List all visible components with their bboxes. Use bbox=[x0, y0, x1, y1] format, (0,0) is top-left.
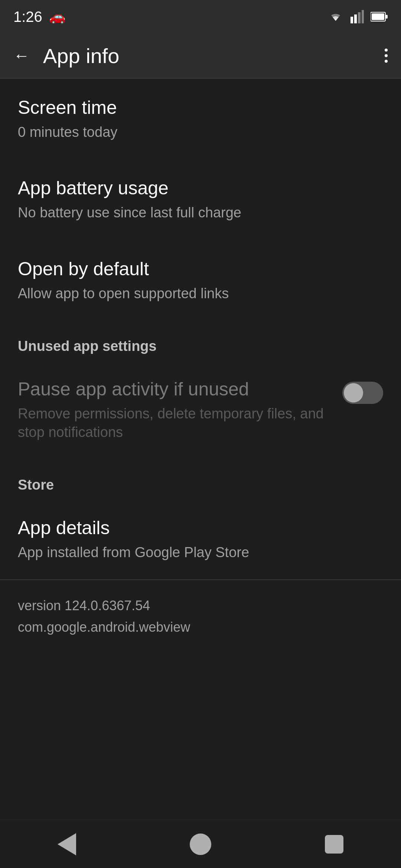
nav-home-icon bbox=[190, 834, 211, 855]
nav-back-button[interactable] bbox=[48, 829, 85, 859]
svg-rect-1 bbox=[354, 14, 357, 23]
app-bar: ← App info bbox=[0, 33, 401, 78]
status-bar: 1:26 🚗 bbox=[0, 0, 401, 33]
svg-rect-6 bbox=[372, 13, 384, 20]
pause-activity-subtitle: Remove permissions, delete temporary fil… bbox=[18, 405, 327, 441]
car-icon: 🚗 bbox=[49, 9, 66, 24]
svg-rect-2 bbox=[358, 12, 361, 23]
app-details-item[interactable]: App details App installed from Google Pl… bbox=[0, 499, 401, 579]
open-by-default-title: Open by default bbox=[18, 258, 383, 280]
version-section: version 124.0.6367.54 com.google.android… bbox=[0, 579, 401, 652]
battery-usage-item[interactable]: App battery usage No battery use since l… bbox=[0, 159, 401, 240]
battery-usage-title: App battery usage bbox=[18, 177, 383, 199]
pause-activity-title: Pause app activity if unused bbox=[18, 378, 327, 400]
package-name: com.google.android.webview bbox=[18, 617, 383, 638]
pause-activity-text: Pause app activity if unused Remove perm… bbox=[18, 378, 342, 441]
nav-recent-icon bbox=[325, 835, 343, 854]
store-header: Store bbox=[0, 459, 401, 499]
nav-home-button[interactable] bbox=[182, 829, 219, 859]
open-by-default-subtitle: Allow app to open supported links bbox=[18, 285, 383, 303]
nav-bar bbox=[0, 820, 401, 868]
svg-rect-5 bbox=[385, 15, 388, 19]
store-label: Store bbox=[18, 477, 54, 493]
wifi-icon bbox=[327, 10, 344, 23]
version-number: version 124.0.6367.54 bbox=[18, 595, 383, 617]
status-bar-left: 1:26 🚗 bbox=[13, 9, 66, 25]
app-bar-left: ← App info bbox=[13, 44, 120, 68]
content-area: Screen time 0 minutes today App battery … bbox=[0, 79, 401, 820]
screen-time-title: Screen time bbox=[18, 96, 383, 119]
signal-icon bbox=[351, 10, 364, 23]
pause-activity-toggle[interactable] bbox=[342, 382, 383, 404]
unused-app-settings-header: Unused app settings bbox=[0, 320, 401, 360]
screen-time-subtitle: 0 minutes today bbox=[18, 123, 383, 141]
toggle-knob bbox=[344, 383, 363, 402]
back-button[interactable]: ← bbox=[13, 47, 30, 64]
more-dot-3 bbox=[385, 60, 388, 63]
open-by-default-item[interactable]: Open by default Allow app to open suppor… bbox=[0, 240, 401, 320]
battery-usage-subtitle: No battery use since last full charge bbox=[18, 204, 383, 222]
nav-recent-button[interactable] bbox=[316, 829, 353, 859]
svg-rect-0 bbox=[351, 17, 353, 23]
page-title: App info bbox=[43, 44, 120, 68]
status-time: 1:26 bbox=[13, 9, 42, 25]
unused-app-settings-label: Unused app settings bbox=[18, 338, 157, 354]
pause-activity-item[interactable]: Pause app activity if unused Remove perm… bbox=[0, 360, 401, 459]
svg-rect-3 bbox=[362, 10, 364, 23]
more-dot-1 bbox=[385, 49, 388, 52]
battery-icon bbox=[371, 11, 388, 22]
status-bar-right bbox=[327, 10, 388, 23]
app-details-title: App details bbox=[18, 517, 383, 539]
app-details-subtitle: App installed from Google Play Store bbox=[18, 543, 383, 562]
more-button[interactable] bbox=[385, 49, 388, 63]
more-dot-2 bbox=[385, 54, 388, 57]
screen-time-item[interactable]: Screen time 0 minutes today bbox=[0, 79, 401, 159]
nav-back-icon bbox=[58, 833, 76, 855]
